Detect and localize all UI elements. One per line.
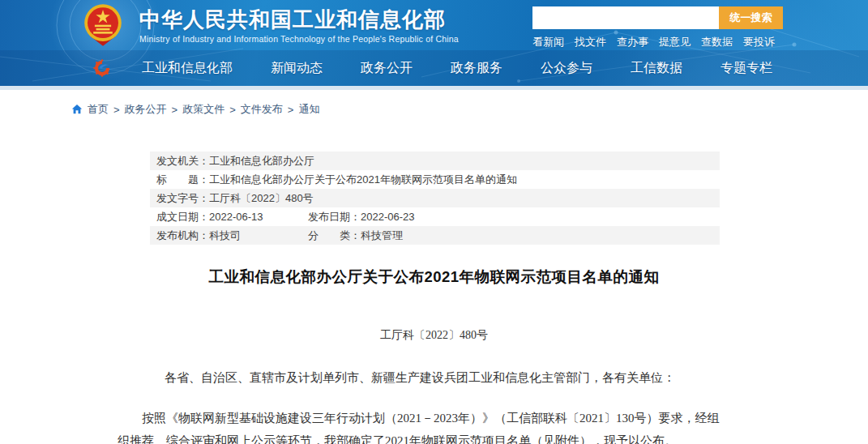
quick-link-files[interactable]: 找文件 (575, 35, 606, 49)
quick-link-news[interactable]: 看新闻 (532, 35, 564, 49)
document-title: 工业和信息化部办公厅关于公布2021年物联网示范项目名单的通知 (0, 267, 868, 287)
meta-label: 发布日期： (308, 211, 361, 223)
quick-link-services[interactable]: 查办事 (617, 35, 648, 49)
meta-row-title: 标 题：工业和信息化部办公厅关于公布2021年物联网示范项目名单的通知 (150, 170, 720, 189)
site-title: 中华人民共和国工业和信息化部 (139, 7, 459, 32)
breadcrumb-separator: > (113, 104, 120, 116)
nav-item-public-participation[interactable]: 公众参与 (541, 60, 592, 77)
quick-link-suggestions[interactable]: 提意见 (659, 35, 691, 49)
nav-item-news[interactable]: 新闻动态 (271, 60, 323, 77)
meta-row-dates: 成文日期：2022-06-13 发布日期：2022-06-23 (150, 207, 720, 226)
miit-logo-icon (93, 58, 111, 78)
home-icon (71, 104, 83, 115)
meta-label: 发文字号： (156, 192, 209, 204)
meta-row-issuing-agency: 发文机关：工业和信息化部办公厅 (150, 152, 720, 170)
document-number: 工厅科〔2022〕480号 (0, 328, 868, 343)
breadcrumb: 首页 > 政务公开 > 政策文件 > 文件发布 > 通知 (71, 102, 868, 117)
meta-row-doc-number: 发文字号：工厅科〔2022〕480号 (150, 189, 720, 207)
meta-value: 科技司 (209, 229, 241, 241)
breadcrumb-separator: > (229, 104, 236, 116)
meta-row-agency-category: 发布机构：科技司 分 类：科技管理 (150, 226, 720, 245)
header-top: 中华人民共和国工业和信息化部 Ministry of Industry and … (0, 0, 868, 50)
breadcrumb-home[interactable]: 首页 (88, 102, 109, 117)
search-input[interactable] (532, 6, 719, 29)
quick-link-data[interactable]: 查数据 (701, 35, 733, 49)
meta-value: 2022-06-23 (361, 211, 415, 223)
site-header: 中华人民共和国工业和信息化部 Ministry of Industry and … (0, 0, 868, 86)
nav-item-miit[interactable]: 工业和信息化部 (142, 60, 233, 77)
meta-label: 标 题： (156, 173, 209, 186)
brand-home-link[interactable]: 中华人民共和国工业和信息化部 Ministry of Industry and … (81, 3, 459, 48)
body-paragraph: 按照《物联网新型基础设施建设三年行动计划（2021－2023年）》（工信部联科〔… (118, 407, 721, 444)
search-button[interactable]: 统一搜索 (719, 6, 783, 29)
document-page: 发文机关：工业和信息化部办公厅 标 题：工业和信息化部办公厅关于公布2021年物… (0, 152, 868, 444)
breadcrumb-notice[interactable]: 通知 (298, 102, 319, 117)
breadcrumb-separator: > (288, 104, 294, 116)
header-divider-strip (0, 86, 868, 90)
nav-item-special-columns[interactable]: 专题专栏 (720, 60, 772, 77)
quick-links: 看新闻 找文件 查办事 提意见 查数据 要投诉 (532, 35, 784, 49)
nav-item-gov-services[interactable]: 政务服务 (451, 60, 502, 77)
document-meta-table: 发文机关：工业和信息化部办公厅 标 题：工业和信息化部办公厅关于公布2021年物… (150, 152, 720, 245)
national-emblem-icon (81, 3, 125, 48)
nav-items: 工业和信息化部 新闻动态 政务公开 政务服务 公众参与 工信数据 专题专栏 (142, 60, 810, 77)
salutation-paragraph: 各省、自治区、直辖市及计划单列市、新疆生产建设兵团工业和信息化主管部门，各有关单… (118, 366, 721, 389)
nav-item-gov-disclosure[interactable]: 政务公开 (361, 60, 413, 77)
meta-label: 发文机关： (156, 155, 209, 167)
main-nav: 工业和信息化部 新闻动态 政务公开 政务服务 公众参与 工信数据 专题专栏 (0, 50, 868, 86)
breadcrumb-policy-documents[interactable]: 政策文件 (182, 102, 224, 117)
document-body: 各省、自治区、直辖市及计划单列市、新疆生产建设兵团工业和信息化主管部门，各有关单… (118, 366, 721, 444)
meta-label: 分 类： (308, 229, 361, 241)
search-area: 统一搜索 看新闻 找文件 查办事 提意见 查数据 要投诉 (532, 6, 784, 49)
brand-text: 中华人民共和国工业和信息化部 Ministry of Industry and … (139, 7, 459, 44)
meta-value: 科技管理 (361, 229, 403, 241)
breadcrumb-separator: > (172, 104, 178, 116)
nav-item-data[interactable]: 工信数据 (631, 60, 682, 77)
meta-value: 工业和信息化部办公厅关于公布2021年物联网示范项目名单的通知 (209, 173, 517, 186)
meta-value: 2022-06-13 (209, 211, 263, 223)
breadcrumb-document-release[interactable]: 文件发布 (241, 102, 283, 117)
meta-value: 工业和信息化部办公厅 (209, 155, 314, 167)
meta-label: 成文日期： (156, 211, 209, 223)
site-subtitle: Ministry of Industry and Information Tec… (139, 34, 459, 44)
meta-label: 发布机构： (156, 229, 209, 241)
quick-link-complaints[interactable]: 要投诉 (743, 35, 775, 49)
meta-value: 工厅科〔2022〕480号 (209, 192, 314, 204)
breadcrumb-gov-disclosure[interactable]: 政务公开 (125, 102, 167, 117)
